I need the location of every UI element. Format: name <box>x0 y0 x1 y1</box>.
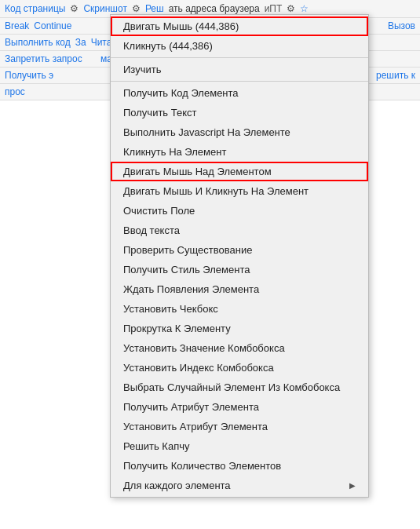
toolbar-za[interactable]: За <box>75 37 86 48</box>
context-menu: Двигать Мышь (444,386) Кликнуть (444,386… <box>110 14 369 498</box>
menu-item-input-text[interactable]: Ввод текста <box>111 221 368 240</box>
toolbar-vyzov[interactable]: Вызов <box>388 20 415 31</box>
menu-item-random-combo[interactable]: Выбрать Случайный Элемент Из Комбобокса <box>111 378 368 397</box>
continue-label[interactable]: Continue <box>34 20 71 31</box>
toolbar-addr: ать адреса браузера <box>169 3 260 14</box>
menu-item-set-checkbox[interactable]: Установить Чекбокс <box>111 299 368 319</box>
menu-item-scroll-to[interactable]: Прокрутка К Элементу <box>111 319 368 338</box>
toolbar-poros[interactable]: прос <box>5 86 25 97</box>
submenu-arrow-icon: ▶ <box>349 481 356 490</box>
menu-item-get-code[interactable]: Получить Код Элемента <box>111 83 368 103</box>
menu-item-set-combo-index[interactable]: Установить Индекс Комбобокса <box>111 358 368 378</box>
break-label[interactable]: Break <box>5 20 29 31</box>
menu-item-set-attr[interactable]: Установить Атрибут Элемента <box>111 417 368 436</box>
menu-item-get-count[interactable]: Получить Количество Элементов <box>111 456 368 476</box>
menu-item-click-elem[interactable]: Кликнуть На Элемент <box>111 142 368 162</box>
menu-item-move-mouse[interactable]: Двигать Мышь (444,386) <box>111 16 368 36</box>
toolbar-screenshot[interactable]: Скриншот <box>83 3 126 14</box>
menu-item-study[interactable]: Изучить <box>111 60 368 79</box>
menu-item-move-click-elem[interactable]: Двигать Мышь И Кликнуть На Элемент <box>111 181 368 201</box>
menu-item-click[interactable]: Кликнуть (444,386) <box>111 36 368 56</box>
menu-item-solve-captcha[interactable]: Решить Капчу <box>111 436 368 456</box>
menu-item-get-style[interactable]: Получить Стиль Элемента <box>111 260 368 279</box>
menu-item-move-over-elem[interactable]: Двигать Мышь Над Элементом <box>111 162 368 181</box>
toolbar-resh[interactable]: Реш <box>145 3 164 14</box>
toolbar-resolve[interactable]: решить к <box>376 70 415 81</box>
menu-item-execute-js[interactable]: Выполнить Javascript На Элементе <box>111 122 368 142</box>
separator-1 <box>111 57 368 58</box>
menu-item-clear-field[interactable]: Очистить Поле <box>111 201 368 221</box>
menu-item-check-exist[interactable]: Проверить Существование <box>111 240 368 260</box>
toolbar-get-elem[interactable]: Получить э <box>5 70 53 81</box>
toolbar-kod[interactable]: Код страницы <box>5 3 65 14</box>
separator-2 <box>111 81 368 82</box>
menu-item-get-attr[interactable]: Получить Атрибут Элемента <box>111 397 368 417</box>
menu-item-set-combo-value[interactable]: Установить Значение Комбобокса <box>111 338 368 358</box>
menu-item-wait-appear[interactable]: Ждать Появления Элемента <box>111 279 368 299</box>
toolbar-block-req[interactable]: Запретить запрос <box>5 53 82 64</box>
menu-item-foreach[interactable]: Для каждого элемента ▶ <box>111 476 368 495</box>
menu-item-get-text[interactable]: Получить Текст <box>111 103 368 122</box>
toolbar-execute[interactable]: Выполнить код <box>5 37 71 48</box>
